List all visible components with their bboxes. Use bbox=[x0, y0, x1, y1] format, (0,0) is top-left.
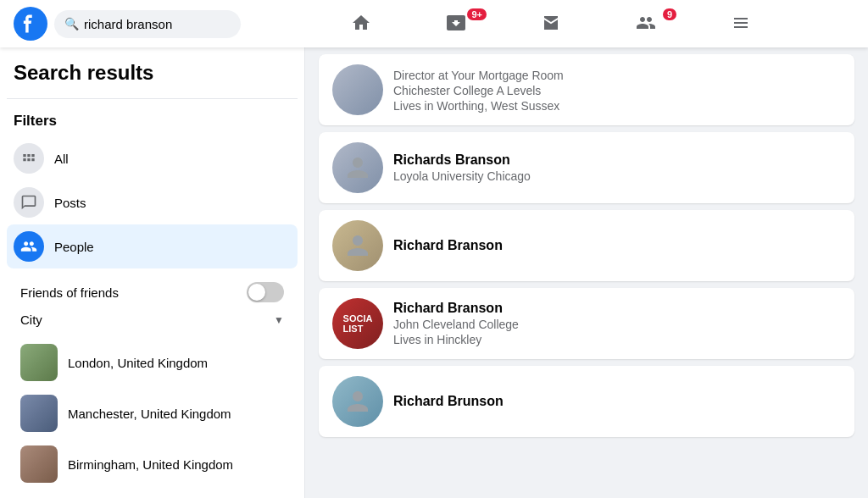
search-icon: 🔍 bbox=[64, 17, 79, 30]
city-manchester-name: Manchester, United Kingdom bbox=[68, 407, 231, 421]
sub-filters: Friends of friends City ▼ London, United… bbox=[7, 268, 298, 496]
person-avatar-0 bbox=[332, 142, 383, 193]
results-content: Director at Your Mortgage Room Chicheste… bbox=[305, 47, 868, 498]
chevron-down-icon: ▼ bbox=[274, 314, 284, 326]
person-card-2[interactable]: SOCIALIST Richard Branson John Cleveland… bbox=[319, 288, 854, 359]
filters-label: Filters bbox=[7, 106, 298, 136]
person-name-1: Richard Branson bbox=[393, 238, 841, 253]
person-info-0: Richards Branson Loyola University Chica… bbox=[393, 152, 841, 183]
person-detail-2b: Lives in Hinckley bbox=[393, 333, 841, 346]
filter-people[interactable]: People bbox=[7, 224, 298, 268]
filter-posts[interactable]: Posts bbox=[7, 180, 298, 224]
toggle-knob bbox=[248, 284, 265, 301]
friends-of-friends-row: Friends of friends bbox=[14, 279, 291, 306]
person-info-3: Richard Brunson bbox=[393, 394, 841, 409]
nav-bar: 9+ 9 bbox=[248, 0, 854, 47]
person-info-2: Richard Branson John Cleveland College L… bbox=[393, 301, 841, 346]
nav-marketplace[interactable] bbox=[504, 0, 598, 47]
city-label: City bbox=[20, 313, 42, 327]
friends-of-friends-label: Friends of friends bbox=[20, 285, 119, 300]
header-left: 🔍 bbox=[14, 7, 241, 41]
city-filter-row[interactable]: City ▼ bbox=[14, 306, 291, 334]
friends-of-friends-toggle[interactable] bbox=[247, 282, 284, 302]
sidebar: Search results Filters All Posts People bbox=[0, 47, 305, 498]
search-input[interactable] bbox=[84, 17, 220, 31]
people-icon bbox=[14, 231, 44, 262]
search-box[interactable]: 🔍 bbox=[54, 10, 241, 38]
person-avatar-2: SOCIALIST bbox=[332, 298, 383, 349]
sidebar-divider bbox=[7, 98, 298, 99]
main-layout: Search results Filters All Posts People bbox=[0, 47, 868, 498]
nav-menu[interactable] bbox=[693, 0, 788, 47]
posts-icon bbox=[14, 187, 44, 218]
person-detail-2a: John Cleveland College bbox=[393, 318, 841, 331]
person-card-1[interactable]: Richard Branson bbox=[319, 210, 854, 281]
person-info-1: Richard Branson bbox=[393, 238, 841, 253]
partial-detail2: Chichester College A Levels bbox=[393, 84, 841, 97]
person-name-0: Richards Branson bbox=[393, 152, 841, 168]
partial-top-card[interactable]: Director at Your Mortgage Room Chicheste… bbox=[319, 54, 854, 125]
person-name-2: Richard Branson bbox=[393, 301, 841, 316]
partial-info: Director at Your Mortgage Room Chicheste… bbox=[393, 67, 841, 113]
person-avatar-3 bbox=[332, 376, 383, 427]
nav-video[interactable]: 9+ bbox=[409, 0, 504, 47]
filter-all-label: All bbox=[54, 152, 69, 166]
partial-detail1: Director at Your Mortgage Room bbox=[393, 69, 841, 82]
city-birmingham[interactable]: Birmingham, United Kingdom bbox=[14, 439, 291, 490]
city-manchester[interactable]: Manchester, United Kingdom bbox=[14, 388, 291, 439]
city-london[interactable]: London, United Kingdom bbox=[14, 337, 291, 388]
person-detail-0: Loyola University Chicago bbox=[393, 169, 841, 183]
nav-friends[interactable]: 9 bbox=[598, 0, 693, 47]
filter-people-label: People bbox=[54, 240, 94, 254]
city-london-name: London, United Kingdom bbox=[68, 356, 208, 370]
facebook-logo[interactable] bbox=[14, 7, 47, 41]
person-name-3: Richard Brunson bbox=[393, 394, 841, 409]
city-thumb-manchester bbox=[20, 395, 58, 432]
friends-badge: 9 bbox=[661, 7, 678, 22]
partial-avatar bbox=[332, 64, 383, 115]
city-list: London, United Kingdom Manchester, Unite… bbox=[14, 334, 291, 493]
nav-home[interactable] bbox=[314, 0, 409, 47]
person-avatar-1 bbox=[332, 220, 383, 271]
sidebar-title: Search results bbox=[7, 61, 298, 91]
person-card-3[interactable]: Richard Brunson bbox=[319, 366, 854, 437]
all-icon bbox=[14, 143, 44, 174]
city-thumb-london bbox=[20, 344, 58, 381]
video-badge: 9+ bbox=[465, 7, 488, 22]
city-thumb-birmingham bbox=[20, 445, 58, 483]
city-birmingham-name: Birmingham, United Kingdom bbox=[68, 457, 233, 472]
header: 🔍 9+ 9 bbox=[0, 0, 868, 47]
partial-detail3: Lives in Worthing, West Sussex bbox=[393, 99, 841, 113]
person-card-0[interactable]: Richards Branson Loyola University Chica… bbox=[319, 132, 854, 203]
filter-posts-label: Posts bbox=[54, 196, 86, 210]
filter-all[interactable]: All bbox=[7, 136, 298, 180]
